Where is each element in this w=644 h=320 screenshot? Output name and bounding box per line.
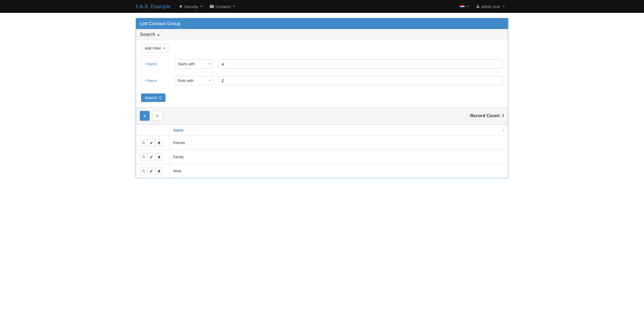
envelope-icon [210,5,214,8]
filter-value-input[interactable] [218,59,503,69]
caret-down-icon [200,6,203,7]
row-edit-button[interactable] [148,153,155,161]
nav-security-dropdown[interactable]: Security [175,1,206,13]
remove-filter-button[interactable]: ×Name [145,79,157,83]
filter-operator-value: Starts with [178,62,195,66]
cell-name: Friends [169,136,508,150]
arrow-left-icon [156,114,159,118]
search-toggle[interactable]: Search [136,29,508,40]
row-show-button[interactable] [140,139,148,146]
search-body: Add Filter ×Name Starts with [136,40,508,107]
row-delete-button[interactable] [155,139,163,146]
nav-user-label: admin user [481,4,500,9]
panel-heading: List Contact Group [136,18,508,29]
search-icon [142,170,145,173]
row-show-button[interactable] [140,153,148,161]
sort-handle-icon[interactable]: ↕ [502,128,504,133]
caret-down-icon [206,76,213,85]
navbar: F.A.B. Example Security Contacts admin u… [0,0,644,13]
plus-icon [143,114,146,117]
record-count: Record Count: 3 [470,113,504,118]
table-header-name-label: Name [173,128,184,132]
back-button[interactable] [153,111,162,121]
nav-user-dropdown[interactable]: admin user [473,1,508,13]
filter-row: ×Name Ends with [141,72,503,89]
cogs-icon [178,5,182,8]
caret-down-icon [233,6,235,7]
close-icon: × [145,62,147,66]
nav-security-label: Security [184,4,198,9]
row-actions [140,167,163,175]
search-icon [142,141,145,145]
caret-down-icon [467,6,469,7]
table-header-name[interactable]: Name ↕ [169,125,508,136]
filter-value-input[interactable] [218,76,503,85]
table-header-actions [136,125,169,136]
erase-icon [158,170,161,173]
filter-operator-value: Ends with [178,79,194,83]
search-toggle-label: Search [140,32,155,37]
list-toolbar: Record Count: 3 [136,107,508,125]
row-edit-button[interactable] [148,167,155,175]
remove-filter-button[interactable]: ×Name [145,62,157,66]
main-panel: List Contact Group Search Add Filter ×Na… [136,18,508,178]
add-filter-label: Add Filter [145,46,161,50]
row-delete-button[interactable] [155,167,163,175]
filter-field-label: Name [147,79,157,83]
caret-down-icon [206,60,213,68]
row-delete-button[interactable] [155,153,163,161]
edit-icon [150,170,153,173]
filter-field-label: Name [147,62,157,66]
row-actions [140,139,163,147]
nav-contacts-dropdown[interactable]: Contacts [206,1,239,13]
search-submit-label: Search [145,96,157,100]
nav-language-dropdown[interactable] [456,1,473,12]
table-row: Friends [136,136,508,150]
caret-down-icon [503,6,505,7]
row-show-button[interactable] [140,167,148,175]
filter-operator-select[interactable]: Ends with [174,76,213,85]
caret-down-icon [157,35,160,36]
row-actions [140,153,163,161]
table-row: Work [136,164,508,178]
add-filter-button[interactable]: Add Filter [141,44,169,52]
record-count-label: Record Count: [470,113,501,118]
row-edit-button[interactable] [148,139,155,146]
cell-name: Family [169,150,508,164]
add-record-button[interactable] [140,111,150,121]
edit-icon [150,155,153,159]
search-icon [159,96,162,99]
record-count-value: 3 [502,113,504,118]
edit-icon [150,141,153,145]
filter-row: ×Name Starts with [141,55,503,72]
search-submit-button[interactable]: Search [141,93,165,102]
cell-name: Work [169,164,508,178]
caret-down-icon [163,48,165,49]
erase-icon [158,141,161,145]
page-title: List Contact Group [140,21,180,26]
uk-flag-icon [460,5,465,8]
filter-operator-select[interactable]: Starts with [174,59,213,69]
search-icon [142,155,145,159]
data-table: Name ↕ Friends [136,125,508,178]
brand-link[interactable]: F.A.B. Example [136,4,175,10]
table-row: Family [136,150,508,164]
erase-icon [158,155,161,159]
user-icon [476,5,480,8]
nav-contacts-label: Contacts [216,4,231,9]
close-icon: × [145,79,147,83]
